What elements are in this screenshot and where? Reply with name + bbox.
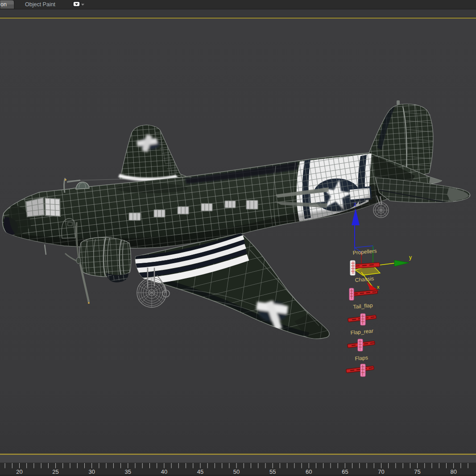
svg-text:on: on [0, 1, 7, 8]
svg-text:80: 80 [450, 468, 456, 475]
svg-text:55: 55 [269, 468, 276, 475]
svg-text:70: 70 [378, 468, 384, 475]
svg-text:35: 35 [125, 468, 131, 475]
svg-text:x: x [377, 284, 380, 290]
svg-text:50: 50 [233, 468, 240, 475]
svg-text:40: 40 [161, 468, 167, 475]
svg-text:25: 25 [52, 468, 58, 475]
svg-text:Flaps: Flaps [355, 354, 368, 362]
svg-text:30: 30 [88, 468, 95, 475]
svg-text:20: 20 [16, 468, 22, 475]
svg-text:z: z [354, 201, 356, 207]
svg-text:60: 60 [306, 468, 312, 475]
svg-text:65: 65 [342, 468, 348, 475]
svg-text:Object Paint: Object Paint [25, 1, 56, 8]
svg-text:75: 75 [414, 468, 420, 475]
svg-text:45: 45 [197, 468, 203, 475]
svg-text:y: y [409, 254, 412, 261]
